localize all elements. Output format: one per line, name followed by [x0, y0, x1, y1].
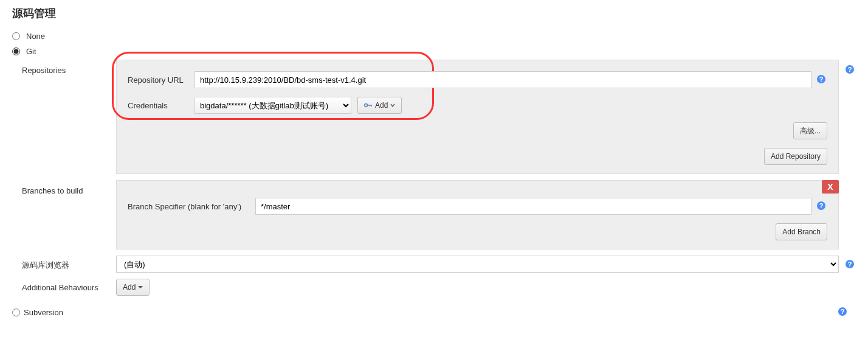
branches-panel: X Branch Specifier (blank for 'any') ? A…: [116, 180, 839, 250]
scm-option-subversion[interactable]: Subversion ?: [12, 304, 856, 322]
svg-text:?: ?: [848, 260, 852, 268]
additional-add-button[interactable]: Add: [116, 279, 150, 296]
repo-url-line: Repository URL ?: [128, 71, 827, 88]
branches-label: Branches to build: [22, 180, 116, 195]
branch-specifier-input[interactable]: [255, 198, 811, 215]
credentials-add-button[interactable]: Add: [357, 97, 402, 114]
credentials-select[interactable]: bigdata/****** (大数据gitlab测试账号): [195, 97, 351, 114]
help-icon-branches-outer: [845, 180, 856, 185]
scm-radio-git[interactable]: [12, 47, 20, 55]
key-icon: [364, 101, 373, 110]
add-branch-button[interactable]: Add Branch: [776, 223, 827, 240]
repo-browser-label: 源码库浏览器: [22, 257, 116, 271]
credentials-add-label: Add: [375, 101, 388, 110]
help-icon-repo-url[interactable]: ?: [816, 74, 827, 86]
repo-browser-select[interactable]: (自动): [116, 256, 839, 273]
scm-radio-subversion[interactable]: [12, 309, 20, 316]
section-title: 源码管理: [12, 6, 856, 21]
svg-text:?: ?: [848, 66, 852, 73]
svg-rect-5: [370, 105, 370, 106]
scm-radio-none[interactable]: [12, 32, 20, 40]
svg-rect-4: [371, 105, 371, 106]
svg-text:?: ?: [841, 308, 845, 315]
additional-behaviours-row: Additional Behaviours Add: [22, 279, 856, 296]
svg-text:?: ?: [819, 202, 824, 209]
credentials-line: Credentials bigdata/****** (大数据gitlab测试账…: [128, 97, 827, 114]
repo-browser-row: 源码库浏览器 (自动) ?: [22, 256, 856, 273]
scm-label-git: Git: [26, 47, 36, 56]
add-repository-button[interactable]: Add Repository: [764, 148, 827, 165]
chevron-down-icon: [390, 101, 395, 110]
additional-behaviours-label: Additional Behaviours: [22, 283, 116, 292]
help-icon-repositories[interactable]: ?: [845, 60, 856, 76]
scm-option-git[interactable]: Git: [12, 44, 856, 60]
branches-row: Branches to build X Branch Specifier (bl…: [22, 180, 856, 250]
repo-url-input[interactable]: [195, 71, 811, 88]
credentials-label: Credentials: [128, 101, 195, 110]
svg-point-2: [365, 104, 368, 107]
repositories-row: Repositories Repository URL ? Credential…: [22, 60, 856, 174]
scm-option-none[interactable]: None: [12, 29, 856, 44]
chevron-down-icon: [138, 283, 143, 291]
help-icon-branch-spec[interactable]: ?: [816, 201, 827, 212]
svg-text:?: ?: [819, 75, 824, 83]
scm-label-none: None: [26, 32, 45, 41]
delete-branch-button[interactable]: X: [822, 180, 839, 194]
branch-specifier-line: Branch Specifier (blank for 'any') ?: [128, 198, 827, 215]
repo-url-label: Repository URL: [128, 75, 195, 85]
repositories-label: Repositories: [22, 60, 116, 75]
advanced-button[interactable]: 高级...: [793, 122, 827, 139]
branch-specifier-label: Branch Specifier (blank for 'any'): [128, 202, 255, 211]
help-icon-browser[interactable]: ?: [845, 258, 856, 271]
scm-label-subversion: Subversion: [24, 308, 63, 317]
repositories-panel: Repository URL ? Credentials bigdata/***…: [116, 60, 839, 174]
additional-add-label: Add: [123, 283, 136, 291]
help-icon-subversion[interactable]: ?: [838, 307, 847, 318]
